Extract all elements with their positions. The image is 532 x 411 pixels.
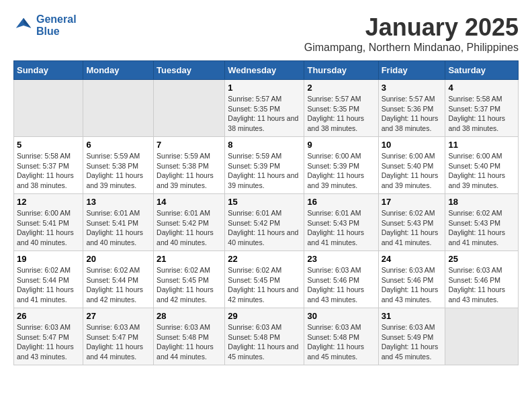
day-number: 14 (157, 197, 222, 207)
day-number: 7 (157, 140, 222, 150)
day-number: 26 (17, 311, 80, 321)
day-number: 4 (448, 83, 515, 93)
day-info: Sunrise: 6:02 AMSunset: 5:44 PMDaylight:… (17, 265, 80, 305)
day-number: 2 (307, 83, 375, 93)
calendar-cell: 6Sunrise: 5:59 AMSunset: 5:38 PMDaylight… (83, 137, 154, 194)
day-number: 24 (382, 254, 443, 264)
day-info: Sunrise: 6:01 AMSunset: 5:42 PMDaylight:… (228, 208, 301, 248)
calendar-cell: 15Sunrise: 6:01 AMSunset: 5:42 PMDayligh… (225, 194, 304, 251)
day-info: Sunrise: 6:02 AMSunset: 5:44 PMDaylight:… (86, 265, 150, 305)
day-info: Sunrise: 6:03 AMSunset: 5:48 PMDaylight:… (307, 322, 375, 362)
week-row-0: 1Sunrise: 5:57 AMSunset: 5:35 PMDaylight… (14, 80, 519, 137)
day-number: 15 (228, 197, 301, 207)
col-tuesday: Tuesday (154, 61, 225, 80)
day-info: Sunrise: 6:03 AMSunset: 5:48 PMDaylight:… (228, 322, 301, 362)
day-info: Sunrise: 6:03 AMSunset: 5:48 PMDaylight:… (157, 322, 222, 362)
calendar-cell: 26Sunrise: 6:03 AMSunset: 5:47 PMDayligh… (14, 308, 83, 365)
day-info: Sunrise: 6:03 AMSunset: 5:47 PMDaylight:… (17, 322, 80, 362)
day-info: Sunrise: 5:58 AMSunset: 5:37 PMDaylight:… (17, 151, 80, 191)
day-info: Sunrise: 6:01 AMSunset: 5:42 PMDaylight:… (157, 208, 222, 248)
day-number: 30 (307, 311, 375, 321)
day-number: 6 (86, 140, 150, 150)
calendar-cell: 12Sunrise: 6:00 AMSunset: 5:41 PMDayligh… (14, 194, 83, 251)
day-number: 20 (86, 254, 150, 264)
day-info: Sunrise: 5:59 AMSunset: 5:39 PMDaylight:… (228, 151, 301, 191)
day-number: 17 (382, 197, 443, 207)
logo-text: General Blue (36, 13, 77, 37)
calendar-cell: 1Sunrise: 5:57 AMSunset: 5:35 PMDaylight… (225, 80, 304, 137)
day-info: Sunrise: 6:02 AMSunset: 5:43 PMDaylight:… (448, 208, 515, 248)
calendar-cell: 11Sunrise: 6:00 AMSunset: 5:40 PMDayligh… (445, 137, 519, 194)
day-info: Sunrise: 5:57 AMSunset: 5:35 PMDaylight:… (228, 94, 301, 134)
location-title: Gimampang, Northern Mindanao, Philippine… (304, 42, 519, 54)
col-monday: Monday (83, 61, 154, 80)
day-info: Sunrise: 6:03 AMSunset: 5:46 PMDaylight:… (382, 265, 443, 305)
day-number: 5 (17, 140, 80, 150)
day-info: Sunrise: 5:59 AMSunset: 5:38 PMDaylight:… (86, 151, 150, 191)
calendar-cell: 9Sunrise: 6:00 AMSunset: 5:39 PMDaylight… (304, 137, 378, 194)
day-info: Sunrise: 6:00 AMSunset: 5:40 PMDaylight:… (448, 151, 515, 191)
day-number: 8 (228, 140, 301, 150)
day-number: 19 (17, 254, 80, 264)
title-section: January 2025 Gimampang, Northern Mindana… (304, 13, 519, 54)
calendar-cell: 18Sunrise: 6:02 AMSunset: 5:43 PMDayligh… (445, 194, 519, 251)
day-info: Sunrise: 6:03 AMSunset: 5:49 PMDaylight:… (382, 322, 443, 362)
day-number: 18 (448, 197, 515, 207)
week-row-2: 12Sunrise: 6:00 AMSunset: 5:41 PMDayligh… (14, 194, 519, 251)
day-number: 13 (86, 197, 150, 207)
calendar-cell: 5Sunrise: 5:58 AMSunset: 5:37 PMDaylight… (14, 137, 83, 194)
day-number: 21 (157, 254, 222, 264)
col-sunday: Sunday (14, 61, 83, 80)
logo: General Blue (13, 13, 77, 37)
calendar-cell: 17Sunrise: 6:02 AMSunset: 5:43 PMDayligh… (378, 194, 445, 251)
day-info: Sunrise: 5:57 AMSunset: 5:36 PMDaylight:… (382, 94, 443, 134)
calendar-cell: 24Sunrise: 6:03 AMSunset: 5:46 PMDayligh… (378, 251, 445, 308)
week-row-3: 19Sunrise: 6:02 AMSunset: 5:44 PMDayligh… (14, 251, 519, 308)
day-info: Sunrise: 6:00 AMSunset: 5:41 PMDaylight:… (17, 208, 80, 248)
day-info: Sunrise: 6:01 AMSunset: 5:43 PMDaylight:… (307, 208, 375, 248)
page-header: General Blue January 2025 Gimampang, Nor… (13, 13, 519, 54)
col-wednesday: Wednesday (225, 61, 304, 80)
calendar-cell: 2Sunrise: 5:57 AMSunset: 5:35 PMDaylight… (304, 80, 378, 137)
calendar-table: Sunday Monday Tuesday Wednesday Thursday… (13, 60, 519, 365)
col-saturday: Saturday (445, 61, 519, 80)
day-number: 22 (228, 254, 301, 264)
day-info: Sunrise: 6:01 AMSunset: 5:41 PMDaylight:… (86, 208, 150, 248)
col-thursday: Thursday (304, 61, 378, 80)
calendar-cell: 4Sunrise: 5:58 AMSunset: 5:37 PMDaylight… (445, 80, 519, 137)
calendar-cell: 30Sunrise: 6:03 AMSunset: 5:48 PMDayligh… (304, 308, 378, 365)
day-number: 29 (228, 311, 301, 321)
day-number: 16 (307, 197, 375, 207)
calendar-cell: 14Sunrise: 6:01 AMSunset: 5:42 PMDayligh… (154, 194, 225, 251)
day-info: Sunrise: 6:03 AMSunset: 5:46 PMDaylight:… (307, 265, 375, 305)
calendar-cell: 21Sunrise: 6:02 AMSunset: 5:45 PMDayligh… (154, 251, 225, 308)
day-number: 9 (307, 140, 375, 150)
day-number: 27 (86, 311, 150, 321)
day-info: Sunrise: 6:00 AMSunset: 5:39 PMDaylight:… (307, 151, 375, 191)
day-info: Sunrise: 6:00 AMSunset: 5:40 PMDaylight:… (382, 151, 443, 191)
month-title: January 2025 (304, 13, 519, 42)
calendar-cell: 29Sunrise: 6:03 AMSunset: 5:48 PMDayligh… (225, 308, 304, 365)
day-info: Sunrise: 6:03 AMSunset: 5:47 PMDaylight:… (86, 322, 150, 362)
day-info: Sunrise: 5:57 AMSunset: 5:35 PMDaylight:… (307, 94, 375, 134)
day-info: Sunrise: 6:03 AMSunset: 5:46 PMDaylight:… (448, 265, 515, 305)
week-row-4: 26Sunrise: 6:03 AMSunset: 5:47 PMDayligh… (14, 308, 519, 365)
day-info: Sunrise: 6:02 AMSunset: 5:43 PMDaylight:… (382, 208, 443, 248)
calendar-cell: 22Sunrise: 6:02 AMSunset: 5:45 PMDayligh… (225, 251, 304, 308)
calendar-cell (83, 80, 154, 137)
header-row: Sunday Monday Tuesday Wednesday Thursday… (14, 61, 519, 80)
day-info: Sunrise: 5:58 AMSunset: 5:37 PMDaylight:… (448, 94, 515, 134)
logo-icon (13, 15, 34, 36)
calendar-cell (14, 80, 83, 137)
day-number: 23 (307, 254, 375, 264)
calendar-cell: 8Sunrise: 5:59 AMSunset: 5:39 PMDaylight… (225, 137, 304, 194)
calendar-cell (445, 308, 519, 365)
day-number: 28 (157, 311, 222, 321)
calendar-cell: 20Sunrise: 6:02 AMSunset: 5:44 PMDayligh… (83, 251, 154, 308)
calendar-cell: 3Sunrise: 5:57 AMSunset: 5:36 PMDaylight… (378, 80, 445, 137)
calendar-cell: 19Sunrise: 6:02 AMSunset: 5:44 PMDayligh… (14, 251, 83, 308)
calendar-cell: 25Sunrise: 6:03 AMSunset: 5:46 PMDayligh… (445, 251, 519, 308)
week-row-1: 5Sunrise: 5:58 AMSunset: 5:37 PMDaylight… (14, 137, 519, 194)
day-info: Sunrise: 6:02 AMSunset: 5:45 PMDaylight:… (228, 265, 301, 305)
day-number: 1 (228, 83, 301, 93)
